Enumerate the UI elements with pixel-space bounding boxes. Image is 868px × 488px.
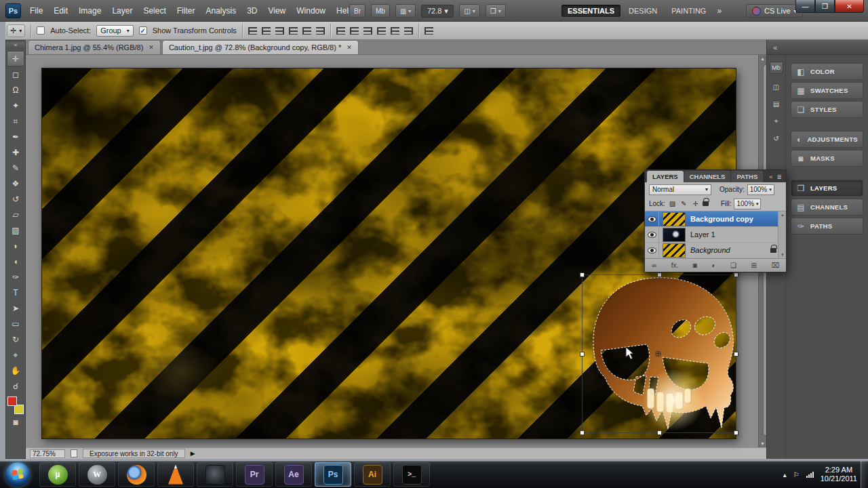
- visibility-toggle[interactable]: [645, 243, 659, 258]
- taskbar-app-utorrent[interactable]: µ: [39, 462, 76, 487]
- visibility-toggle[interactable]: [645, 211, 659, 226]
- zoom-level-field[interactable]: 72.8▾: [421, 5, 454, 18]
- action-center-flag-icon[interactable]: ⚐: [793, 471, 800, 479]
- workspace-design[interactable]: DESIGN: [623, 5, 663, 17]
- menu-image[interactable]: Image: [73, 6, 106, 16]
- tab-paths[interactable]: PATHS: [731, 171, 763, 182]
- histogram-panel-icon[interactable]: ▤: [773, 100, 779, 108]
- distribute-horizontal-centers-icon[interactable]: [391, 27, 399, 35]
- panel-button-adjustments[interactable]: ◐ADJUSTMENTS: [791, 131, 863, 148]
- launch-bridge-button[interactable]: Br: [349, 4, 366, 18]
- panel-button-color[interactable]: ◧COLOR: [791, 63, 863, 80]
- layer-thumbnail[interactable]: [663, 212, 686, 226]
- layer-row-background-copy[interactable]: Background copy: [645, 211, 786, 227]
- transform-handle-nw[interactable]: [580, 272, 585, 277]
- status-menu-arrow-icon[interactable]: ▶: [191, 450, 195, 457]
- minimize-button[interactable]: —: [795, 0, 815, 13]
- tool-path-selection[interactable]: ➤: [7, 300, 24, 316]
- transform-handle-ne[interactable]: [734, 272, 738, 277]
- workspace-more-button[interactable]: »: [714, 4, 724, 18]
- panel-button-masks[interactable]: ◙MASKS: [791, 150, 863, 167]
- panel-menu-icon[interactable]: ≣: [776, 174, 782, 180]
- align-left-edges-icon[interactable]: [289, 27, 298, 35]
- menu-filter[interactable]: Filter: [172, 6, 201, 16]
- taskbar-app-command-prompt[interactable]: >_: [393, 462, 430, 487]
- taskbar-app-firefox[interactable]: [118, 462, 155, 487]
- auto-select-dropdown[interactable]: Group ▾: [96, 25, 134, 37]
- collapse-dock-icon[interactable]: «: [773, 43, 777, 52]
- tool-gradient[interactable]: ▨: [7, 222, 24, 238]
- menu-analysis[interactable]: Analysis: [200, 6, 241, 16]
- quick-mask-button[interactable]: ◙: [7, 414, 24, 430]
- transform-handle-w[interactable]: [580, 352, 585, 357]
- layer-thumbnail[interactable]: [663, 243, 686, 258]
- tool-eyedropper[interactable]: ✒: [7, 129, 24, 144]
- lock-position-icon[interactable]: ✛: [691, 200, 700, 207]
- scroll-down-icon[interactable]: ▼: [781, 253, 785, 257]
- workspace-essentials[interactable]: ESSENTIALS: [561, 5, 620, 17]
- transform-handle-e[interactable]: [734, 352, 738, 357]
- status-zoom-field[interactable]: 72.75%: [30, 449, 65, 458]
- workspace-painting[interactable]: PAINTING: [665, 5, 712, 17]
- screen-mode-button[interactable]: ❐▾: [486, 4, 506, 18]
- show-transform-controls-checkbox[interactable]: ✓: [139, 26, 147, 35]
- transform-handle-se[interactable]: [734, 430, 738, 435]
- taskbar-app-after-effects[interactable]: Ae: [275, 462, 312, 487]
- layer-thumbnail[interactable]: [663, 228, 686, 242]
- show-desktop-button[interactable]: [861, 461, 868, 488]
- background-color-swatch[interactable]: [14, 405, 24, 414]
- lock-all-icon[interactable]: [703, 201, 709, 206]
- add-layer-mask-icon[interactable]: ◙: [693, 262, 697, 269]
- transform-bounding-box[interactable]: ⊕: [582, 274, 736, 433]
- taskbar-app-media-player[interactable]: [157, 462, 194, 487]
- restore-button[interactable]: ❐: [815, 0, 835, 13]
- menu-edit[interactable]: Edit: [48, 6, 73, 16]
- fill-field[interactable]: 100% ▾: [734, 199, 761, 209]
- distribute-right-edges-icon[interactable]: [404, 27, 413, 35]
- align-top-edges-icon[interactable]: [248, 27, 257, 35]
- visibility-toggle[interactable]: [645, 227, 659, 242]
- menu-view[interactable]: View: [262, 6, 291, 16]
- distribute-left-edges-icon[interactable]: [377, 27, 386, 35]
- menu-3d[interactable]: 3D: [241, 6, 262, 16]
- arrange-panel-icon[interactable]: ◫: [773, 83, 779, 91]
- adjustment-layer-icon[interactable]: ◐: [711, 262, 715, 269]
- delete-layer-icon[interactable]: ⌧: [771, 262, 779, 269]
- distribute-bottom-edges-icon[interactable]: [363, 27, 372, 35]
- layer-row-layer-1[interactable]: Layer 1: [645, 227, 786, 243]
- layer-name[interactable]: Background: [690, 246, 730, 254]
- distribute-vertical-centers-icon[interactable]: [350, 27, 359, 35]
- menu-file[interactable]: File: [24, 6, 48, 16]
- blend-mode-dropdown[interactable]: Normal ▾: [649, 184, 711, 195]
- taskbar-app-premiere[interactable]: Pr: [236, 462, 273, 487]
- scroll-down-icon[interactable]: ▼: [760, 441, 765, 446]
- lock-pixels-icon[interactable]: ✎: [679, 200, 688, 207]
- panel-button-layers[interactable]: ❐LAYERS: [791, 180, 863, 197]
- transform-handle-s[interactable]: [657, 430, 662, 435]
- scroll-up-icon[interactable]: ▲: [781, 213, 785, 217]
- panel-button-channels[interactable]: ▤CHANNELS: [791, 199, 863, 216]
- transform-handle-n[interactable]: [657, 272, 662, 277]
- scroll-up-icon[interactable]: ▲: [760, 56, 765, 61]
- taskbar-clock[interactable]: 2:29 AM 10/21/2011: [821, 466, 857, 483]
- history-panel-icon[interactable]: ↺: [773, 135, 778, 142]
- new-group-icon[interactable]: ❏: [730, 262, 736, 269]
- mini-bridge-button[interactable]: Mb: [371, 4, 390, 18]
- tab-channels[interactable]: CHANNELS: [684, 171, 731, 182]
- tool-type[interactable]: T: [7, 285, 24, 300]
- taskbar-app-photoshop[interactable]: Ps: [315, 462, 351, 487]
- tool-move[interactable]: ✛: [7, 51, 24, 66]
- view-extras-button[interactable]: ▥▾: [395, 4, 416, 18]
- close-button[interactable]: ✕: [835, 0, 864, 13]
- layer-list-scrollbar[interactable]: ▲ ▼: [778, 211, 786, 258]
- collapse-panel-icon[interactable]: «: [769, 174, 772, 180]
- cs-live-button[interactable]: CS Live ▾: [746, 4, 803, 18]
- foreground-color-swatch[interactable]: [7, 396, 17, 406]
- align-vertical-centers-icon[interactable]: [262, 27, 271, 35]
- menu-layer[interactable]: Layer: [106, 6, 138, 16]
- mini-bridge-panel-icon[interactable]: Mb: [770, 62, 783, 74]
- transform-handle-sw[interactable]: [580, 430, 585, 435]
- auto-align-layers-icon[interactable]: [425, 27, 433, 35]
- menu-window[interactable]: Window: [291, 6, 331, 16]
- tool-quick-selection[interactable]: ✦: [7, 98, 24, 113]
